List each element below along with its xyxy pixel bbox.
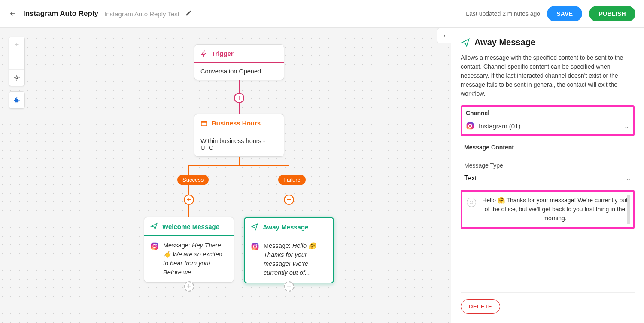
away-title: Away Message	[263, 223, 308, 231]
delete-button[interactable]: DELETE	[461, 299, 500, 314]
channel-label: Channel	[466, 110, 629, 116]
message-type-value: Text	[464, 174, 477, 182]
message-type-select[interactable]: Text ⌄	[464, 172, 631, 184]
welcome-message-node[interactable]: Welcome Message Message: Hey There 👋 We …	[144, 217, 234, 283]
header-left: Instagram Auto Reply Instagram Auto Repl…	[9, 9, 192, 18]
biz-title: Business Hours	[212, 119, 261, 127]
publish-button[interactable]: PUBLISH	[589, 6, 635, 21]
chevron-down-icon: ⌄	[626, 174, 631, 182]
back-arrow-icon[interactable]	[9, 9, 17, 18]
send-icon	[150, 222, 158, 230]
svg-point-10	[471, 124, 472, 125]
trigger-title: Trigger	[212, 50, 234, 57]
collapse-sidebar-button[interactable]	[437, 28, 451, 43]
send-icon	[251, 223, 258, 231]
canvas-toolbar: + −	[9, 37, 25, 109]
zoom-out-button[interactable]: −	[9, 53, 24, 70]
message-type-label: Message Type	[464, 162, 631, 169]
channel-value: Instagram (01)	[479, 122, 521, 130]
success-pill: Success	[177, 175, 209, 185]
channel-select[interactable]: Instagram (01) ⌄	[466, 120, 629, 132]
svg-point-7	[256, 244, 257, 245]
header-bar: Instagram Auto Reply Instagram Auto Repl…	[0, 0, 644, 28]
svg-rect-2	[151, 243, 158, 250]
workflow-subtitle: Instagram Auto Reply Test	[104, 10, 179, 18]
business-hours-node[interactable]: Business Hours Within business hours - U…	[194, 114, 284, 157]
add-after-away-button[interactable]: +	[284, 281, 294, 292]
sidebar-description: Allows a message with the specified cont…	[461, 53, 635, 98]
svg-point-4	[156, 244, 157, 245]
svg-rect-1	[201, 121, 207, 126]
svg-rect-8	[467, 122, 474, 130]
message-content-label: Message Content	[464, 144, 631, 151]
sidebar-title-row: Away Message	[461, 37, 635, 47]
zoom-in-button[interactable]: +	[9, 37, 24, 53]
welcome-title: Welcome Message	[162, 223, 219, 230]
instagram-icon	[466, 122, 474, 130]
svg-rect-5	[252, 243, 259, 250]
save-button[interactable]: SAVE	[547, 6, 582, 21]
add-success-branch-button[interactable]: +	[184, 195, 194, 205]
instagram-icon	[251, 242, 259, 251]
message-text-content: Hello 🤗 Thanks for your message! We're c…	[481, 196, 629, 223]
svg-point-0	[16, 77, 18, 79]
sidebar-footer: DELETE	[461, 292, 635, 314]
message-text-input[interactable]: ☺ Hello 🤗 Thanks for your message! We're…	[461, 190, 635, 229]
sidebar-title: Away Message	[474, 37, 535, 47]
chevron-down-icon: ⌄	[624, 122, 629, 130]
workflow-title: Instagram Auto Reply	[23, 9, 98, 18]
add-failure-branch-button[interactable]: +	[284, 195, 294, 205]
properties-sidebar: Away Message Allows a message with the s…	[451, 28, 644, 323]
failure-pill: Failure	[278, 175, 306, 185]
channel-field: Channel Instagram (01) ⌄	[461, 105, 635, 136]
edit-icon[interactable]	[185, 10, 192, 18]
header-right: Last updated 2 minutes ago SAVE PUBLISH	[466, 6, 635, 21]
send-icon	[461, 38, 470, 47]
away-message-node[interactable]: Away Message Message: Hello 🤗 Thanks for…	[244, 217, 334, 283]
message-type-field: Message Type Text ⌄	[461, 162, 635, 184]
trigger-body: Conversation Opened	[194, 62, 284, 80]
bolt-icon	[200, 50, 207, 57]
recenter-button[interactable]	[9, 70, 24, 86]
emoji-picker-icon[interactable]: ☺	[467, 198, 476, 207]
biz-body: Within business hours - UTC	[194, 132, 284, 156]
last-updated-text: Last updated 2 minutes ago	[466, 10, 540, 17]
message-content-section: Message Content	[461, 144, 635, 154]
instagram-icon	[150, 242, 159, 250]
add-after-trigger-button[interactable]: +	[234, 93, 244, 103]
pan-tool-button[interactable]	[9, 92, 24, 108]
calendar-icon	[200, 120, 207, 127]
trigger-node[interactable]: Trigger Conversation Opened	[194, 44, 284, 80]
add-after-welcome-button[interactable]: +	[184, 281, 194, 292]
workflow-canvas[interactable]: + − Trigger Conversation Opened + Busine…	[0, 28, 451, 323]
